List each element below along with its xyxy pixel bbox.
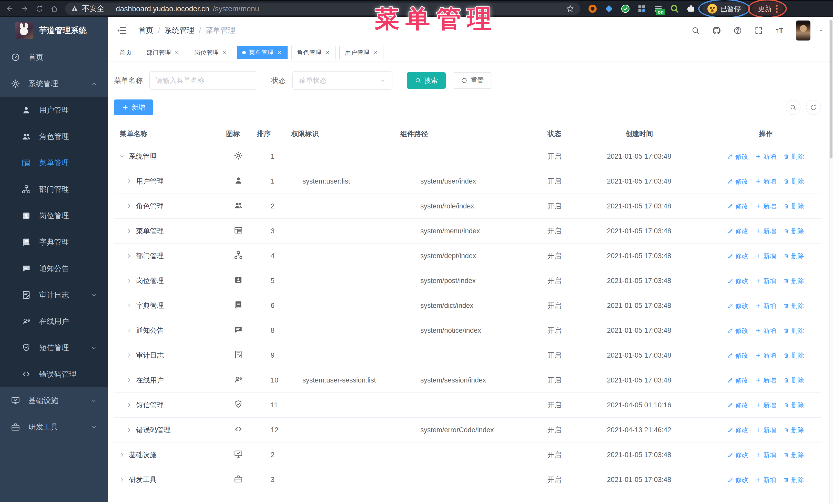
hamburger-icon[interactable] [116,25,127,36]
add-button[interactable]: 新增 [114,99,153,115]
sidebar-item-系统管理[interactable]: 系统管理 [0,71,108,97]
tab-岗位管理[interactable]: 岗位管理 [189,46,233,59]
edit-link[interactable]: 修改 [728,252,748,260]
edit-link[interactable]: 修改 [728,277,748,285]
add-link[interactable]: 新增 [755,476,776,484]
caret-down-icon[interactable] [818,27,824,34]
chevron-right-icon[interactable] [126,402,133,408]
sidebar-item-研发工具[interactable]: 研发工具 [0,414,108,440]
sidebar-item-错误码管理[interactable]: 错误码管理 [0,361,108,387]
add-link[interactable]: 新增 [755,401,776,409]
delete-link[interactable]: 删除 [783,227,804,235]
edit-link[interactable]: 修改 [728,351,748,360]
add-link[interactable]: 新增 [755,152,776,161]
delete-link[interactable]: 删除 [783,451,804,459]
delete-link[interactable]: 删除 [783,476,804,484]
tab-部门管理[interactable]: 部门管理 [141,46,185,59]
add-link[interactable]: 新增 [755,177,776,186]
sidebar-item-短信管理[interactable]: 短信管理 [0,335,108,361]
delete-link[interactable]: 删除 [783,302,804,310]
chevron-right-icon[interactable] [119,452,125,458]
delete-link[interactable]: 删除 [783,202,804,211]
edit-link[interactable]: 修改 [728,227,748,235]
sidebar-item-字典管理[interactable]: 字典管理 [0,229,108,255]
toggle-search-button[interactable] [786,100,801,115]
delete-link[interactable]: 删除 [783,252,804,260]
edit-link[interactable]: 修改 [728,376,748,385]
edit-link[interactable]: 修改 [728,426,748,434]
tab-菜单管理[interactable]: 菜单管理 [237,46,288,59]
add-link[interactable]: 新增 [755,202,776,211]
chevron-right-icon[interactable] [126,302,133,309]
font-size-icon[interactable]: TT [775,26,784,35]
add-link[interactable]: 新增 [755,426,776,434]
sidebar-item-角色管理[interactable]: 角色管理 [0,123,108,150]
chevron-right-icon[interactable] [126,327,133,334]
chevron-right-icon[interactable] [126,278,133,284]
edit-link[interactable]: 修改 [728,152,748,161]
extension-puzzle-icon[interactable] [686,4,696,14]
paused-badge[interactable]: 已暂停 [702,2,746,16]
scrollbar-thumb[interactable] [830,20,832,159]
breadcrumb-item[interactable]: 首页 [138,25,153,35]
close-icon[interactable] [174,50,180,55]
fullscreen-icon[interactable] [754,26,763,35]
close-icon[interactable] [373,50,378,55]
home-icon[interactable] [49,3,60,14]
add-link[interactable]: 新增 [755,376,776,385]
menu-name-input[interactable]: 请输入菜单名称 [149,71,257,90]
extension-grid-icon[interactable] [637,4,647,14]
security-label[interactable]: 不安全 [82,4,104,14]
close-icon[interactable] [277,50,282,55]
extension-check-icon[interactable] [620,4,630,14]
tab-角色管理[interactable]: 角色管理 [291,46,335,59]
sidebar-item-部门管理[interactable]: 部门管理 [0,176,108,202]
close-icon[interactable] [222,50,228,55]
sidebar-item-在线用户[interactable]: 在线用户 [0,308,108,335]
delete-link[interactable]: 删除 [783,277,804,285]
delete-link[interactable]: 删除 [783,152,804,161]
search-icon[interactable] [691,26,700,35]
avatar[interactable] [796,21,810,41]
bookmark-star-icon[interactable] [566,4,575,13]
sidebar-item-基础设施[interactable]: 基础设施 [0,387,108,414]
kebab-menu-icon[interactable] [776,5,778,13]
extension-diamond-icon[interactable] [604,4,614,14]
extension-magnifier-icon[interactable] [669,4,680,14]
back-icon[interactable] [4,3,15,14]
status-select[interactable]: 菜单状态 [292,71,392,90]
chevron-right-icon[interactable] [126,352,133,359]
add-link[interactable]: 新增 [755,252,776,260]
logo-row[interactable]: 芋道管理系统 [0,17,108,44]
search-button[interactable]: 搜索 [407,72,446,89]
add-link[interactable]: 新增 [755,302,776,310]
chevron-right-icon[interactable] [119,476,125,483]
edit-link[interactable]: 修改 [728,451,748,459]
delete-link[interactable]: 删除 [783,326,804,335]
delete-link[interactable]: 删除 [783,401,804,409]
chevron-down-icon[interactable] [119,153,125,160]
edit-link[interactable]: 修改 [728,202,748,211]
sidebar-item-通知公告[interactable]: 通知公告 [0,255,108,282]
tab-首页[interactable]: 首页 [114,46,137,59]
extension-stack-icon[interactable]: on [653,4,663,14]
delete-link[interactable]: 删除 [783,376,804,385]
sidebar-item-首页[interactable]: 首页 [0,44,108,71]
address-bar[interactable]: 不安全 dashboard.yudao.iocoder.cn/system/me… [65,3,580,15]
add-link[interactable]: 新增 [755,351,776,360]
delete-link[interactable]: 删除 [783,426,804,434]
chevron-right-icon[interactable] [126,253,133,259]
sidebar-item-菜单管理[interactable]: 菜单管理 [0,150,108,176]
close-icon[interactable] [325,50,330,55]
chevron-right-icon[interactable] [126,377,133,384]
edit-link[interactable]: 修改 [728,401,748,409]
chevron-right-icon[interactable] [126,227,133,234]
edit-link[interactable]: 修改 [728,177,748,186]
breadcrumb-item[interactable]: 系统管理 [165,25,194,35]
edit-link[interactable]: 修改 [728,302,748,310]
delete-link[interactable]: 删除 [783,177,804,186]
chevron-right-icon[interactable] [126,427,133,433]
add-link[interactable]: 新增 [755,227,776,235]
extension-ring-icon[interactable] [588,4,598,14]
edit-link[interactable]: 修改 [728,476,748,484]
